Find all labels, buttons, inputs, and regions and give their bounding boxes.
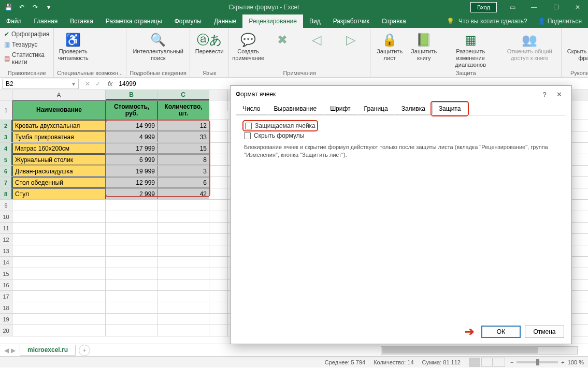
cell[interactable] — [157, 245, 209, 256]
cell[interactable] — [209, 177, 228, 188]
col-header-b[interactable]: B — [106, 90, 157, 100]
col-header-d[interactable] — [209, 90, 228, 100]
cell[interactable] — [106, 325, 157, 336]
cell[interactable] — [12, 211, 106, 222]
row-header[interactable]: 20 — [0, 325, 12, 336]
dialog-titlebar[interactable]: Формат ячеек ? ✕ — [231, 86, 571, 102]
cell[interactable]: 3 — [157, 166, 209, 176]
cell[interactable] — [209, 211, 228, 222]
close-icon[interactable]: ✕ — [567, 0, 588, 14]
new-comment-button[interactable]: 💬Создать примечание — [232, 30, 264, 62]
tab-border[interactable]: Граница — [357, 102, 395, 115]
cell[interactable]: 42 — [157, 188, 209, 199]
smart-lookup-button[interactable]: 🔍Интеллектуальный поиск — [130, 30, 187, 62]
tab-fill[interactable]: Заливка — [395, 102, 432, 115]
protect-sheet-button[interactable]: 🔒Защитить лист — [374, 30, 406, 62]
col-header-a[interactable]: A — [12, 90, 106, 100]
cell[interactable]: 6 — [157, 177, 209, 188]
select-all-corner[interactable] — [0, 90, 12, 100]
cell[interactable]: Кровать двухспальная — [12, 120, 106, 131]
row-header[interactable]: 4 — [0, 143, 12, 154]
cell-a1[interactable]: Наименование — [12, 100, 106, 120]
cell[interactable] — [209, 200, 228, 211]
cell[interactable]: Стол обеденный — [12, 177, 106, 188]
cell[interactable] — [157, 279, 209, 290]
cell[interactable] — [12, 279, 106, 290]
sheet-next-icon[interactable]: ▶ — [11, 347, 16, 354]
row-header[interactable]: 17 — [0, 291, 12, 302]
horizontal-scrollbar[interactable] — [90, 346, 588, 355]
cell[interactable] — [157, 223, 209, 233]
enter-formula-icon[interactable]: ✓ — [95, 80, 101, 87]
cell[interactable] — [106, 223, 157, 233]
cell[interactable]: 12 — [157, 120, 209, 131]
allow-edit-ranges-button[interactable]: ▦Разрешить изменение диапазонов — [442, 30, 499, 69]
row-header[interactable]: 8 — [0, 188, 12, 199]
tab-alignment[interactable]: Выравнивание — [267, 102, 324, 115]
row-header[interactable]: 10 — [0, 211, 12, 222]
redo-icon[interactable]: ↷ — [29, 1, 41, 13]
tab-file[interactable]: Файл — [0, 14, 28, 28]
cell[interactable] — [106, 257, 157, 268]
cell[interactable] — [209, 268, 228, 279]
cell[interactable]: Диван-раскладушка — [12, 166, 106, 176]
cell[interactable]: 17 999 — [106, 143, 157, 154]
cell[interactable] — [12, 268, 106, 279]
cell[interactable] — [12, 257, 106, 268]
row-header[interactable]: 18 — [0, 302, 12, 313]
cell[interactable] — [209, 188, 228, 199]
cell[interactable] — [106, 279, 157, 290]
cell[interactable] — [209, 245, 228, 256]
locked-checkbox-row[interactable]: Защищаемая ячейка — [244, 122, 317, 130]
cell[interactable] — [106, 314, 157, 325]
protect-workbook-button[interactable]: 📗Защитить книгу — [408, 30, 440, 62]
cell[interactable]: Стул — [12, 188, 106, 199]
cell[interactable] — [209, 291, 228, 302]
save-icon[interactable]: 💾 — [2, 1, 15, 13]
cell-c1[interactable]: Количество, шт. — [157, 100, 209, 120]
view-normal-button[interactable] — [469, 358, 480, 367]
cell[interactable]: Тумба прикроватная — [12, 131, 106, 142]
translate-button[interactable]: ⓐあПеревести — [193, 30, 225, 55]
cell[interactable] — [209, 314, 228, 325]
cell[interactable] — [209, 325, 228, 336]
row-header[interactable]: 2 — [0, 120, 12, 131]
chevron-down-icon[interactable]: ▾ — [72, 80, 75, 87]
name-box[interactable]: B2 ▾ — [2, 79, 79, 89]
row-header[interactable]: 1 — [0, 100, 12, 120]
scrollbar-thumb[interactable] — [382, 347, 538, 354]
cell[interactable] — [106, 234, 157, 245]
cell-b1[interactable]: Стоимость, руб. — [106, 100, 157, 120]
cell[interactable] — [12, 234, 106, 245]
cell[interactable] — [209, 131, 228, 142]
cell[interactable] — [209, 120, 228, 131]
tab-review[interactable]: Рецензирование — [242, 14, 303, 28]
tab-view[interactable]: Вид — [303, 14, 327, 28]
workbook-stats-button[interactable]: ▤Статистика книги — [3, 50, 50, 67]
cell[interactable] — [157, 314, 209, 325]
zoom-slider[interactable] — [517, 361, 558, 363]
cell[interactable] — [106, 200, 157, 211]
cell[interactable] — [12, 245, 106, 256]
add-sheet-button[interactable]: + — [79, 345, 90, 356]
cell[interactable] — [209, 223, 228, 233]
row-header[interactable]: 16 — [0, 279, 12, 290]
tab-pagelayout[interactable]: Разметка страницы — [99, 14, 168, 28]
cell[interactable] — [157, 257, 209, 268]
tab-developer[interactable]: Разработчик — [327, 14, 376, 28]
tab-data[interactable]: Данные — [208, 14, 242, 28]
cell[interactable] — [12, 200, 106, 211]
cell[interactable] — [106, 302, 157, 313]
cell[interactable] — [209, 279, 228, 290]
tab-font[interactable]: Шрифт — [323, 102, 357, 115]
cell[interactable] — [106, 211, 157, 222]
cell[interactable] — [12, 223, 106, 233]
cell[interactable] — [106, 291, 157, 302]
row-header[interactable]: 5 — [0, 154, 12, 165]
zoom-out-button[interactable]: − — [510, 359, 513, 365]
cell[interactable] — [157, 325, 209, 336]
ribbon-display-icon[interactable]: ▭ — [502, 0, 523, 14]
tab-home[interactable]: Главная — [28, 14, 64, 28]
cell[interactable]: 19 999 — [106, 166, 157, 176]
minimize-icon[interactable]: — — [524, 0, 544, 14]
